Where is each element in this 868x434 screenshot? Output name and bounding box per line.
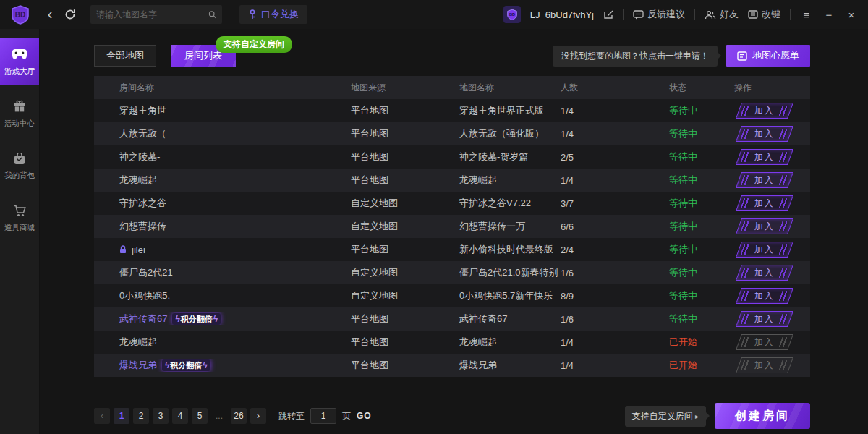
back-button[interactable]: ‹ xyxy=(40,4,60,25)
map-wishlist-button[interactable]: 地图心愿单 xyxy=(726,45,810,67)
keybind-label: 改键 xyxy=(762,8,780,21)
join-button[interactable]: 加入 xyxy=(736,103,793,119)
map-name: 人族无敌（强化版） xyxy=(459,127,561,140)
next-page-button[interactable]: › xyxy=(250,408,266,424)
edit-name-icon[interactable] xyxy=(603,9,613,20)
sidebar-item-label: 道具商城 xyxy=(4,222,35,232)
room-name: 幻想曹操传 xyxy=(119,220,166,233)
create-room-button[interactable]: 创建房间 xyxy=(715,403,810,429)
table-row: 僵尸岛2代21 自定义地图 僵尸岛2代21.0新春特别 1/6 等待中 加入 xyxy=(94,261,810,284)
search-input[interactable] xyxy=(96,9,208,20)
avatar[interactable]: BD xyxy=(503,6,521,23)
page-button[interactable]: 2 xyxy=(133,408,149,424)
room-status: 等待中 xyxy=(669,289,734,302)
jump-label: 跳转至 xyxy=(278,410,305,422)
room-status: 等待中 xyxy=(669,127,734,140)
bolt-icon: ϟ xyxy=(175,314,179,324)
table-row: 龙魂崛起 平台地图 龙魂崛起 1/4 已开始 加入 xyxy=(94,331,810,354)
join-button[interactable]: 加入 xyxy=(736,265,793,281)
hint-arrow-icon: ▸ xyxy=(695,412,699,420)
refresh-button[interactable] xyxy=(60,4,80,25)
friends-button[interactable]: 好友 xyxy=(705,8,739,21)
key-icon xyxy=(248,9,257,20)
player-count: 1/6 xyxy=(561,314,669,325)
room-name: 爆战兄弟 xyxy=(119,359,157,372)
cart-icon xyxy=(12,203,27,218)
header-room: 房间名称 xyxy=(94,82,351,94)
join-button[interactable]: 加入 xyxy=(736,195,793,211)
join-button[interactable]: 加入 xyxy=(736,172,793,188)
map-source: 平台地图 xyxy=(351,359,459,372)
header-status: 状态 xyxy=(669,82,734,94)
map-source: 自定义地图 xyxy=(351,266,459,279)
sidebar-item-label: 活动中心 xyxy=(4,118,35,128)
join-button[interactable]: 加入 xyxy=(736,311,793,327)
search-icon[interactable] xyxy=(208,9,216,20)
app-logo: BD xyxy=(0,4,40,25)
header-source: 地图来源 xyxy=(351,82,459,94)
player-count: 1/4 xyxy=(561,360,669,371)
page-button[interactable]: 4 xyxy=(172,408,188,424)
player-count: 6/6 xyxy=(561,221,669,232)
room-status: 等待中 xyxy=(669,150,734,163)
points-double-badge: ϟ积分翻倍ϟ xyxy=(172,313,221,325)
sidebar-item-1[interactable]: 活动中心 xyxy=(0,90,39,137)
redeem-code-button[interactable]: 口令兑换 xyxy=(239,5,307,24)
player-count: 3/7 xyxy=(561,198,669,209)
tab-all-maps[interactable]: 全部地图 xyxy=(94,45,156,67)
divider xyxy=(623,9,624,20)
shield-logo-icon: BD xyxy=(10,4,30,25)
jump-page-input[interactable] xyxy=(310,408,336,424)
svg-text:BD: BD xyxy=(509,12,515,17)
prev-page-button[interactable]: ‹ xyxy=(94,408,110,424)
header-map: 地图名称 xyxy=(459,82,561,94)
map-name: 新小偷科技时代最终版 xyxy=(459,243,561,256)
page-button[interactable]: 5 xyxy=(192,408,208,424)
join-button: 加入 xyxy=(736,357,793,373)
custom-room-badge: 支持自定义房间 xyxy=(216,36,292,53)
table-body: 穿越主角世 平台地图 穿越主角世界正式版 1/4 等待中 加入 人族无敌（ 平台… xyxy=(94,99,810,377)
room-status: 等待中 xyxy=(669,243,734,256)
feedback-chat-icon xyxy=(633,10,644,20)
sidebar-item-0[interactable]: 游戏大厅 xyxy=(0,38,39,85)
sidebar-item-3[interactable]: 道具商城 xyxy=(0,194,39,242)
feedback-button[interactable]: 反馈建议 xyxy=(633,8,685,21)
gift-icon xyxy=(12,98,27,114)
room-name: 武神传奇67 xyxy=(119,312,167,326)
keybind-button[interactable]: 改键 xyxy=(748,8,780,21)
map-source: 平台地图 xyxy=(351,243,459,256)
join-button[interactable]: 加入 xyxy=(736,126,793,142)
svg-text:BD: BD xyxy=(14,11,25,19)
map-request-hint: 没找到想要的地图？快点击一键申请！ xyxy=(553,46,718,67)
close-button[interactable]: × xyxy=(845,9,858,21)
table-row: 幻想曹操传 自定义地图 幻想曹操传一万 6/6 等待中 加入 xyxy=(94,215,810,238)
page-button[interactable]: 3 xyxy=(153,408,169,424)
go-button[interactable]: GO xyxy=(357,411,372,421)
divider xyxy=(694,9,695,20)
join-button[interactable]: 加入 xyxy=(736,218,793,234)
table-row: 人族无敌（ 平台地图 人族无敌（强化版） 1/4 等待中 加入 xyxy=(94,122,810,145)
custom-room-hint: 支持自定义房间 ▸ xyxy=(625,406,706,427)
bolt-icon: ϟ xyxy=(165,360,169,370)
wishlist-label: 地图心愿单 xyxy=(752,49,799,62)
back-icon: ‹ xyxy=(48,7,53,21)
keybind-icon xyxy=(748,9,758,20)
sidebar-item-2[interactable]: 我的背包 xyxy=(0,142,39,190)
table-row: 武神传奇67 ϟ积分翻倍ϟ 平台地图 武神传奇67 1/6 等待中 加入 xyxy=(94,307,810,331)
room-status: 已开始 xyxy=(669,359,734,372)
menu-button[interactable]: ≡ xyxy=(800,9,813,21)
room-name: 0小鸡快跑5. xyxy=(119,289,170,302)
player-count: 1/6 xyxy=(561,268,669,278)
gamepad-icon xyxy=(12,46,27,62)
join-button[interactable]: 加入 xyxy=(736,288,793,304)
room-status: 等待中 xyxy=(669,312,734,326)
join-button[interactable]: 加入 xyxy=(736,149,793,165)
map-source: 自定义地图 xyxy=(351,220,459,233)
map-name: 神之陵墓-贺岁篇 xyxy=(459,150,561,163)
minimize-button[interactable]: − xyxy=(822,9,835,21)
map-name: 穿越主角世界正式版 xyxy=(459,104,561,117)
sidebar: 游戏大厅 活动中心 我的背包 道具商城 xyxy=(0,29,40,434)
page-button[interactable]: 1 xyxy=(114,408,129,424)
join-button[interactable]: 加入 xyxy=(736,242,793,258)
page-button[interactable]: 26 xyxy=(231,408,247,424)
